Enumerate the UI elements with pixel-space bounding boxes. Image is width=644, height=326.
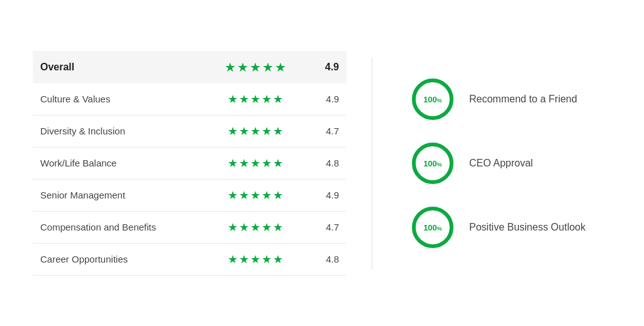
category-score-2: 4.8 xyxy=(309,147,347,179)
category-label-0: Culture & Values xyxy=(33,84,203,116)
main-container: Overall ★★★★★ 4.9 Culture & Values ★★★★★… xyxy=(20,38,624,288)
category-label-1: Diversity & Inclusion xyxy=(33,115,203,147)
category-score-1: 4.7 xyxy=(309,115,347,147)
rating-row: Diversity & Inclusion ★★★★★ 4.7 xyxy=(33,115,347,147)
category-label-3: Senior Management xyxy=(33,179,203,211)
rating-row: Work/Life Balance ★★★★★ 4.8 xyxy=(33,147,347,179)
circle-item-1: 100% CEO Approval xyxy=(410,141,599,186)
circle-value-1: 100% xyxy=(423,158,442,168)
category-stars-1: ★★★★★ xyxy=(203,115,309,147)
ratings-table: Overall ★★★★★ 4.9 Culture & Values ★★★★★… xyxy=(33,51,347,276)
category-stars-3: ★★★★★ xyxy=(203,179,309,211)
category-stars-2: ★★★★★ xyxy=(203,147,309,179)
category-score-0: 4.9 xyxy=(309,84,347,116)
circle-gauge-2: 100% xyxy=(410,205,455,250)
circles-section: 100% Recommend to a Friend 100% CEO Appr… xyxy=(397,51,611,276)
overall-row: Overall ★★★★★ 4.9 xyxy=(33,51,347,84)
category-stars-4: ★★★★★ xyxy=(203,211,309,243)
circle-item-2: 100% Positive Business Outlook xyxy=(410,205,599,250)
category-score-4: 4.7 xyxy=(309,211,347,243)
rating-row: Career Opportunities ★★★★★ 4.8 xyxy=(33,243,347,275)
overall-label: Overall xyxy=(33,51,203,84)
overall-score: 4.9 xyxy=(309,51,347,84)
overall-stars: ★★★★★ xyxy=(203,51,309,84)
category-label-5: Career Opportunities xyxy=(33,243,203,275)
category-label-4: Compensation and Benefits xyxy=(33,211,203,243)
circle-gauge-0: 100% xyxy=(410,77,455,122)
circle-value-0: 100% xyxy=(423,94,442,104)
category-stars-0: ★★★★★ xyxy=(203,84,309,116)
circle-gauge-1: 100% xyxy=(410,141,455,186)
circle-label-0: Recommend to a Friend xyxy=(469,94,577,105)
vertical-divider xyxy=(372,57,372,269)
rating-row: Culture & Values ★★★★★ 4.9 xyxy=(33,84,347,116)
circle-label-1: CEO Approval xyxy=(469,158,533,169)
circle-value-2: 100% xyxy=(423,222,442,232)
rating-row: Compensation and Benefits ★★★★★ 4.7 xyxy=(33,211,347,243)
category-score-5: 4.8 xyxy=(309,243,347,275)
circle-label-2: Positive Business Outlook xyxy=(469,222,586,233)
category-stars-5: ★★★★★ xyxy=(203,243,309,275)
category-score-3: 4.9 xyxy=(309,179,347,211)
rating-row: Senior Management ★★★★★ 4.9 xyxy=(33,179,347,211)
circle-item-0: 100% Recommend to a Friend xyxy=(410,77,599,122)
category-label-2: Work/Life Balance xyxy=(33,147,203,179)
